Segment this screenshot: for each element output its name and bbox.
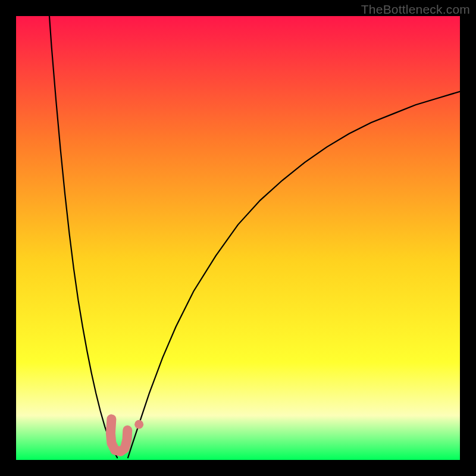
gradient-background <box>16 16 460 460</box>
marker-dot-2 <box>134 420 143 429</box>
attribution-text: TheBottleneck.com <box>361 2 470 17</box>
chart-svg <box>16 16 460 460</box>
chart-frame: TheBottleneck.com <box>0 0 476 476</box>
plot-area <box>16 16 460 460</box>
